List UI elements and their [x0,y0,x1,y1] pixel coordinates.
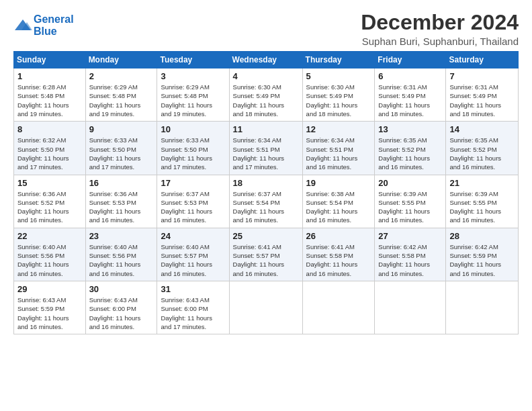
month-title: December 2024 [361,11,519,34]
table-row: 27Sunrise: 6:42 AM Sunset: 5:58 PM Dayli… [375,228,446,281]
table-row: 6Sunrise: 6:31 AM Sunset: 5:49 PM Daylig… [375,68,446,122]
day-number: 24 [161,231,225,241]
table-row [446,281,519,334]
day-info: Sunrise: 6:40 AM Sunset: 5:56 PM Dayligh… [17,242,82,278]
table-row: 29Sunrise: 6:43 AM Sunset: 5:59 PM Dayli… [14,281,86,334]
day-number: 27 [378,231,442,241]
table-row: 10Sunrise: 6:33 AM Sunset: 5:50 PM Dayli… [157,122,229,175]
table-row: 26Sunrise: 6:41 AM Sunset: 5:58 PM Dayli… [302,228,375,281]
table-row: 20Sunrise: 6:39 AM Sunset: 5:55 PM Dayli… [375,175,446,228]
col-tuesday: Tuesday [157,52,229,68]
day-number: 28 [449,231,515,241]
day-info: Sunrise: 6:37 AM Sunset: 5:53 PM Dayligh… [161,189,225,225]
table-row: 5Sunrise: 6:30 AM Sunset: 5:49 PM Daylig… [302,68,375,122]
day-number: 19 [306,178,371,188]
table-row: 11Sunrise: 6:34 AM Sunset: 5:51 PM Dayli… [229,122,302,175]
table-row: 13Sunrise: 6:35 AM Sunset: 5:52 PM Dayli… [375,122,446,175]
table-row: 28Sunrise: 6:42 AM Sunset: 5:59 PM Dayli… [446,228,519,281]
day-info: Sunrise: 6:41 AM Sunset: 5:58 PM Dayligh… [306,242,371,278]
week-row-4: 22Sunrise: 6:40 AM Sunset: 5:56 PM Dayli… [14,228,519,281]
logo-general: General [34,13,74,25]
table-row: 19Sunrise: 6:38 AM Sunset: 5:54 PM Dayli… [302,175,375,228]
table-row: 12Sunrise: 6:34 AM Sunset: 5:51 PM Dayli… [302,122,375,175]
logo: General Blue [13,13,74,37]
page: General Blue December 2024 Suphan Buri, … [0,0,532,411]
day-info: Sunrise: 6:39 AM Sunset: 5:55 PM Dayligh… [378,189,442,225]
col-wednesday: Wednesday [229,52,302,68]
col-sunday: Sunday [14,52,86,68]
day-info: Sunrise: 6:36 AM Sunset: 5:52 PM Dayligh… [17,189,82,225]
day-info: Sunrise: 6:43 AM Sunset: 6:00 PM Dayligh… [161,295,225,331]
day-info: Sunrise: 6:28 AM Sunset: 5:48 PM Dayligh… [17,83,82,118]
title-area: December 2024 Suphan Buri, Suphanburi, T… [361,11,519,47]
day-info: Sunrise: 6:33 AM Sunset: 5:50 PM Dayligh… [89,136,154,171]
week-row-2: 8Sunrise: 6:32 AM Sunset: 5:50 PM Daylig… [14,122,519,175]
day-info: Sunrise: 6:40 AM Sunset: 5:57 PM Dayligh… [161,242,225,278]
day-number: 4 [233,71,299,81]
day-info: Sunrise: 6:30 AM Sunset: 5:49 PM Dayligh… [306,83,371,118]
day-info: Sunrise: 6:34 AM Sunset: 5:51 PM Dayligh… [306,136,371,171]
day-info: Sunrise: 6:29 AM Sunset: 5:48 PM Dayligh… [161,83,225,118]
table-row: 3Sunrise: 6:29 AM Sunset: 5:48 PM Daylig… [157,68,229,122]
table-row [375,281,446,334]
day-number: 9 [89,124,154,134]
day-number: 23 [89,231,154,241]
table-row: 31Sunrise: 6:43 AM Sunset: 6:00 PM Dayli… [157,281,229,334]
day-info: Sunrise: 6:38 AM Sunset: 5:54 PM Dayligh… [306,189,371,225]
day-number: 13 [378,124,442,134]
table-row: 22Sunrise: 6:40 AM Sunset: 5:56 PM Dayli… [14,228,86,281]
table-row: 9Sunrise: 6:33 AM Sunset: 5:50 PM Daylig… [85,122,157,175]
day-info: Sunrise: 6:41 AM Sunset: 5:57 PM Dayligh… [233,242,299,278]
day-info: Sunrise: 6:39 AM Sunset: 5:55 PM Dayligh… [449,189,515,225]
table-row: 30Sunrise: 6:43 AM Sunset: 6:00 PM Dayli… [85,281,157,334]
day-number: 29 [17,284,82,294]
day-number: 7 [449,71,515,81]
day-number: 16 [89,178,154,188]
day-info: Sunrise: 6:37 AM Sunset: 5:54 PM Dayligh… [233,189,299,225]
col-monday: Monday [85,52,157,68]
table-row: 1Sunrise: 6:28 AM Sunset: 5:48 PM Daylig… [14,68,86,122]
day-info: Sunrise: 6:35 AM Sunset: 5:52 PM Dayligh… [449,136,515,171]
day-info: Sunrise: 6:31 AM Sunset: 5:49 PM Dayligh… [449,83,515,118]
day-number: 21 [449,178,515,188]
day-info: Sunrise: 6:29 AM Sunset: 5:48 PM Dayligh… [89,83,154,118]
table-row: 4Sunrise: 6:30 AM Sunset: 5:49 PM Daylig… [229,68,302,122]
day-number: 12 [306,124,371,134]
day-number: 11 [233,124,299,134]
day-number: 3 [161,71,225,81]
day-info: Sunrise: 6:43 AM Sunset: 6:00 PM Dayligh… [89,295,154,331]
day-info: Sunrise: 6:30 AM Sunset: 5:49 PM Dayligh… [233,83,299,118]
table-row: 16Sunrise: 6:36 AM Sunset: 5:53 PM Dayli… [85,175,157,228]
day-number: 17 [161,178,225,188]
table-row: 14Sunrise: 6:35 AM Sunset: 5:52 PM Dayli… [446,122,519,175]
day-number: 2 [89,71,154,81]
table-row: 23Sunrise: 6:40 AM Sunset: 5:56 PM Dayli… [85,228,157,281]
table-row [302,281,375,334]
logo-text: General Blue [34,13,74,37]
col-thursday: Thursday [302,52,375,68]
day-number: 5 [306,71,371,81]
day-number: 15 [17,178,82,188]
location-subtitle: Suphan Buri, Suphanburi, Thailand [361,36,519,47]
day-info: Sunrise: 6:43 AM Sunset: 5:59 PM Dayligh… [17,295,82,331]
week-row-5: 29Sunrise: 6:43 AM Sunset: 5:59 PM Dayli… [14,281,519,334]
header-area: General Blue December 2024 Suphan Buri, … [13,11,519,47]
table-row: 8Sunrise: 6:32 AM Sunset: 5:50 PM Daylig… [14,122,86,175]
table-row: 17Sunrise: 6:37 AM Sunset: 5:53 PM Dayli… [157,175,229,228]
day-number: 26 [306,231,371,241]
day-number: 1 [17,71,82,81]
col-friday: Friday [375,52,446,68]
day-number: 18 [233,178,299,188]
day-info: Sunrise: 6:36 AM Sunset: 5:53 PM Dayligh… [89,189,154,225]
day-info: Sunrise: 6:34 AM Sunset: 5:51 PM Dayligh… [233,136,299,171]
day-info: Sunrise: 6:40 AM Sunset: 5:56 PM Dayligh… [89,242,154,278]
table-row: 15Sunrise: 6:36 AM Sunset: 5:52 PM Dayli… [14,175,86,228]
table-row: 24Sunrise: 6:40 AM Sunset: 5:57 PM Dayli… [157,228,229,281]
table-row [229,281,302,334]
day-number: 8 [17,124,82,134]
logo-blue: Blue [34,26,74,38]
calendar-table: Sunday Monday Tuesday Wednesday Thursday… [13,51,519,334]
day-number: 31 [161,284,225,294]
table-row: 18Sunrise: 6:37 AM Sunset: 5:54 PM Dayli… [229,175,302,228]
day-info: Sunrise: 6:33 AM Sunset: 5:50 PM Dayligh… [161,136,225,171]
